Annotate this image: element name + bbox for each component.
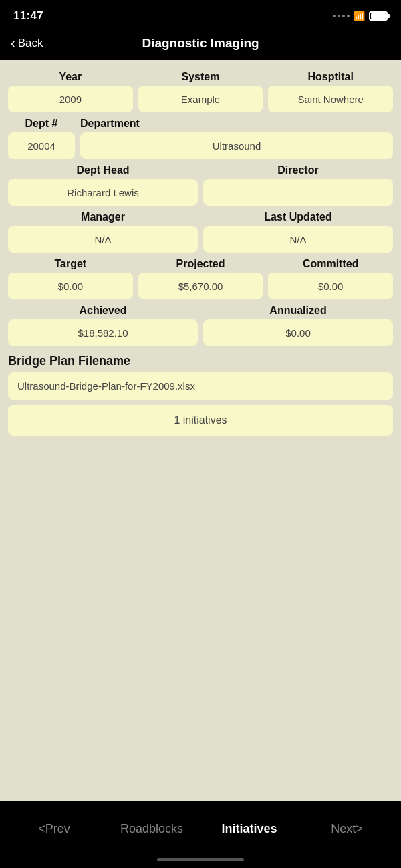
achieved-field[interactable]: $18,582.10: [8, 319, 198, 346]
projected-field[interactable]: $5,670.00: [138, 273, 263, 299]
content-area: Year 2009 System Example Hosptital Saint…: [0, 60, 401, 801]
hospital-field[interactable]: Saint Nowhere: [268, 86, 393, 112]
row-target-projected-committed: Target $0.00 Projected $5,670.00 Committ…: [8, 258, 393, 299]
dept-head-field[interactable]: Richarard Lewis: [8, 179, 198, 206]
col-hospital: Hosptital Saint Nowhere: [268, 71, 393, 112]
back-button[interactable]: ‹ Back: [11, 36, 43, 51]
col-dept-head: Dept Head Richarard Lewis: [8, 164, 198, 206]
annualized-label: Annualized: [269, 305, 326, 317]
row-dept: Dept # 20004 Department Ultrasound: [8, 118, 393, 159]
row-achieved-annualized: Achieved $18,582.10 Annualized $0.00: [8, 305, 393, 346]
battery-icon: [369, 11, 388, 21]
dept-head-label: Dept Head: [76, 164, 129, 176]
director-label: Director: [277, 164, 318, 176]
tab-next[interactable]: Next>: [298, 822, 396, 836]
home-bar: [157, 858, 244, 861]
tab-initiatives[interactable]: Initiatives: [200, 822, 298, 836]
col-projected: Projected $5,670.00: [138, 258, 263, 299]
tab-prev[interactable]: <Prev: [5, 822, 103, 836]
row-year-system-hospital: Year 2009 System Example Hosptital Saint…: [8, 71, 393, 112]
initiatives-button[interactable]: 1 initiatives: [8, 405, 393, 436]
system-label: System: [182, 71, 220, 83]
committed-field[interactable]: $0.00: [268, 273, 393, 299]
target-label: Target: [54, 258, 86, 270]
row-depthead-director: Dept Head Richarard Lewis Director: [8, 164, 393, 206]
col-year: Year 2009: [8, 71, 133, 112]
col-department: Department Ultrasound: [80, 118, 393, 159]
status-bar: 11:47 📶: [0, 0, 401, 29]
last-updated-field[interactable]: N/A: [203, 226, 393, 253]
wifi-icon: 📶: [354, 11, 365, 21]
back-chevron-icon: ‹: [11, 35, 15, 51]
status-time: 11:47: [13, 9, 43, 23]
home-indicator: [0, 854, 401, 868]
tab-roadblocks[interactable]: Roadblocks: [103, 822, 200, 836]
col-achieved: Achieved $18,582.10: [8, 305, 198, 346]
annualized-field[interactable]: $0.00: [203, 319, 393, 346]
col-target: Target $0.00: [8, 258, 133, 299]
bridge-plan-label: Bridge Plan Filename: [8, 354, 393, 368]
system-field[interactable]: Example: [138, 86, 263, 112]
status-icons: 📶: [333, 11, 388, 21]
year-label: Year: [59, 71, 82, 83]
manager-field[interactable]: N/A: [8, 226, 198, 253]
department-field[interactable]: Ultrasound: [80, 132, 393, 159]
dept-num-label: Dept #: [25, 118, 58, 130]
col-last-updated: Last Updated N/A: [203, 211, 393, 253]
col-system: System Example: [138, 71, 263, 112]
col-annualized: Annualized $0.00: [203, 305, 393, 346]
hospital-label: Hosptital: [307, 71, 353, 83]
dept-num-field[interactable]: 20004: [8, 132, 75, 159]
department-label: Department: [80, 118, 140, 130]
col-manager: Manager N/A: [8, 211, 198, 253]
back-label: Back: [18, 37, 43, 50]
bridge-plan-section: Bridge Plan Filename Ultrasound-Bridge-P…: [8, 354, 393, 436]
year-field[interactable]: 2009: [8, 86, 133, 112]
row-manager-lastupdated: Manager N/A Last Updated N/A: [8, 211, 393, 253]
nav-bar: ‹ Back Diagnostic Imaging: [0, 29, 401, 60]
achieved-label: Achieved: [79, 305, 126, 317]
committed-label: Committed: [303, 258, 359, 270]
bridge-plan-filename[interactable]: Ultrasound-Bridge-Plan-for-FY2009.xlsx: [8, 372, 393, 400]
signal-icon: [333, 15, 350, 17]
projected-label: Projected: [176, 258, 225, 270]
target-field[interactable]: $0.00: [8, 273, 133, 299]
director-field[interactable]: [203, 179, 393, 206]
page-title: Diagnostic Imaging: [142, 36, 259, 51]
col-dept-num: Dept # 20004: [8, 118, 75, 159]
col-committed: Committed $0.00: [268, 258, 393, 299]
last-updated-label: Last Updated: [264, 211, 331, 223]
col-director: Director: [203, 164, 393, 206]
manager-label: Manager: [81, 211, 125, 223]
tab-bar: <Prev Roadblocks Initiatives Next>: [0, 801, 401, 854]
